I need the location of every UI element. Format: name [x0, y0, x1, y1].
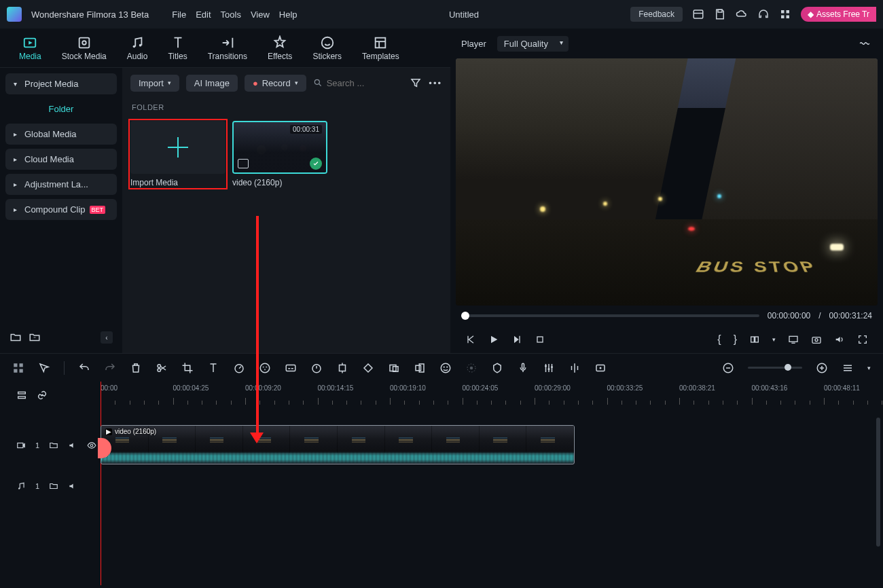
save-icon[interactable]: [714, 8, 726, 20]
tab-templates[interactable]: Templates: [362, 35, 399, 61]
assets-free-trial-button[interactable]: ◆ Assets Free Tr: [801, 7, 876, 22]
keyframe-icon[interactable]: [362, 362, 374, 374]
audio-lock-icon[interactable]: [49, 481, 58, 491]
new-folder-icon[interactable]: [10, 331, 22, 344]
mixer-icon[interactable]: [543, 362, 555, 374]
filter-icon[interactable]: [410, 77, 422, 89]
menu-edit[interactable]: Edit: [196, 10, 211, 20]
ai-image-button[interactable]: AI Image: [186, 75, 238, 92]
zoom-slider[interactable]: [748, 367, 802, 369]
scrub-bar[interactable]: [461, 314, 759, 317]
aspect-icon[interactable]: [414, 362, 426, 374]
feedback-button[interactable]: Feedback: [630, 7, 683, 22]
svg-point-42: [266, 366, 267, 367]
scrub-handle[interactable]: [461, 312, 469, 320]
svg-rect-5: [781, 16, 785, 19]
audio-mute-icon[interactable]: [68, 481, 77, 491]
stop-icon[interactable]: [535, 334, 545, 345]
sidebar-folder[interactable]: Folder: [5, 98, 117, 120]
video-preview[interactable]: [456, 58, 878, 306]
import-media-tile[interactable]: Import Media: [130, 121, 226, 187]
quality-dropdown[interactable]: Full Quality: [497, 36, 569, 52]
compare-caret-icon[interactable]: ▾: [772, 336, 776, 343]
more-icon[interactable]: •••: [429, 78, 442, 88]
zoom-in-icon[interactable]: [816, 362, 828, 374]
volume-icon[interactable]: [834, 334, 845, 345]
sidebar-global-media[interactable]: ▸Global Media: [5, 124, 117, 145]
scrollbar-thumb[interactable]: [876, 418, 880, 547]
compare-icon[interactable]: [749, 334, 760, 345]
media-clip-tile[interactable]: 00:00:31 video (2160p): [232, 121, 327, 187]
tab-effects[interactable]: Effects: [268, 35, 292, 61]
menu-view[interactable]: View: [251, 10, 270, 20]
speed-icon[interactable]: [233, 362, 245, 374]
effects-icon[interactable]: [465, 362, 477, 374]
menu-help[interactable]: Help: [279, 10, 298, 20]
timeline-clip[interactable]: ▶video (2160p): [101, 425, 575, 464]
split-icon[interactable]: [156, 362, 168, 374]
visibility-icon[interactable]: [87, 441, 96, 450]
voiceover-icon[interactable]: [517, 362, 529, 374]
next-frame-icon[interactable]: [511, 334, 522, 345]
select-tool-icon[interactable]: [38, 362, 50, 374]
redo-icon[interactable]: [104, 362, 116, 374]
tab-audio[interactable]: Audio: [127, 35, 148, 61]
marker-icon[interactable]: [491, 362, 503, 374]
chroma-icon[interactable]: [388, 362, 400, 374]
sidebar-adjustment-layer[interactable]: ▸Adjustment La...: [5, 174, 117, 195]
tab-transitions[interactable]: Transitions: [208, 35, 247, 61]
sidebar-project-media[interactable]: ▾Project Media: [5, 73, 117, 94]
delete-icon[interactable]: [130, 362, 142, 374]
menu-file[interactable]: File: [172, 10, 186, 20]
record-dropdown[interactable]: ●Record▾: [245, 75, 306, 92]
tab-stock-media[interactable]: Stock Media: [62, 35, 107, 61]
ruler-label: 00:00:04:25: [173, 384, 209, 392]
cloud-icon[interactable]: [736, 8, 748, 20]
link-icon[interactable]: [37, 390, 48, 401]
tab-titles[interactable]: Titles: [168, 35, 187, 61]
apps-icon[interactable]: [779, 8, 791, 20]
caption-icon[interactable]: [285, 362, 297, 374]
timer-icon[interactable]: [310, 362, 323, 374]
tab-stickers[interactable]: Stickers: [312, 35, 342, 61]
svg-rect-30: [14, 363, 17, 367]
menu-tools[interactable]: Tools: [221, 10, 241, 20]
zoom-knob[interactable]: [785, 364, 791, 371]
play-pause-icon[interactable]: [488, 334, 499, 345]
fullscreen-icon[interactable]: [857, 334, 868, 345]
view-mode-icon[interactable]: [842, 362, 854, 374]
mute-icon[interactable]: [68, 441, 77, 450]
color-icon[interactable]: [259, 362, 271, 374]
search-input[interactable]: [327, 78, 395, 88]
snapshot-icon[interactable]: [811, 334, 822, 345]
new-bin-icon[interactable]: [29, 331, 41, 344]
ai-portrait-icon[interactable]: [439, 362, 452, 374]
sidebar-compound-clip[interactable]: ▸Compound ClipBET: [5, 199, 117, 220]
plus-icon[interactable]: [130, 121, 226, 174]
scopes-icon[interactable]: [857, 37, 872, 50]
tracking-icon[interactable]: [336, 362, 348, 374]
zoom-out-icon[interactable]: [722, 362, 734, 374]
prev-frame-icon[interactable]: [465, 334, 476, 345]
mark-in-icon[interactable]: {: [717, 333, 721, 346]
tab-media[interactable]: Media: [19, 35, 41, 61]
sidebar-cloud-media[interactable]: ▸Cloud Media: [5, 149, 117, 170]
import-dropdown[interactable]: Import▾: [130, 75, 179, 92]
render-icon[interactable]: [569, 362, 581, 374]
display-icon[interactable]: [788, 334, 799, 345]
modules-icon[interactable]: [12, 362, 24, 374]
track-options-icon[interactable]: [16, 390, 27, 401]
crop-icon[interactable]: [181, 362, 194, 374]
collapse-sidebar-button[interactable]: ‹: [101, 331, 113, 344]
layout-icon[interactable]: [692, 8, 704, 20]
headphones-icon[interactable]: [757, 8, 770, 20]
adjust-icon[interactable]: [594, 362, 607, 374]
lock-icon[interactable]: [49, 441, 58, 450]
svg-rect-4: [786, 10, 789, 14]
mark-out-icon[interactable]: }: [734, 333, 737, 346]
text-icon[interactable]: [207, 362, 219, 374]
time-ruler[interactable]: 00:0000:00:04:2500:00:09:2000:00:14:1500…: [101, 382, 883, 409]
view-caret-icon[interactable]: ▾: [867, 365, 871, 371]
svg-marker-21: [514, 336, 519, 344]
undo-icon[interactable]: [78, 362, 90, 374]
